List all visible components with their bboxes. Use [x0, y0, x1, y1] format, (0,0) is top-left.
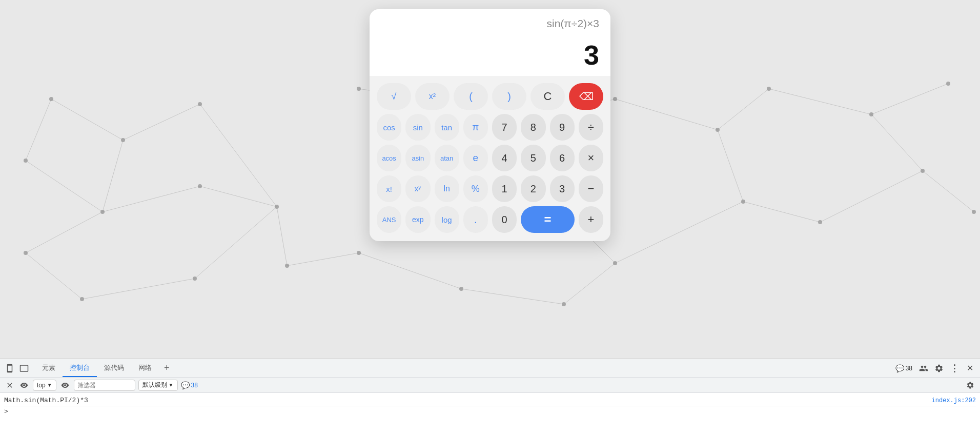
- svg-point-36: [198, 184, 202, 188]
- equals-btn[interactable]: =: [521, 206, 575, 233]
- six-btn[interactable]: 6: [550, 145, 575, 171]
- multiply-btn[interactable]: ×: [579, 145, 603, 171]
- svg-point-54: [972, 210, 976, 214]
- lparen-btn[interactable]: (: [454, 83, 488, 110]
- atan-btn[interactable]: atan: [435, 145, 459, 171]
- square-btn[interactable]: x²: [415, 83, 450, 110]
- console-settings-icon[interactable]: [965, 380, 976, 391]
- sources-tab[interactable]: 源代码: [97, 359, 131, 377]
- settings-icon[interactable]: [932, 361, 946, 376]
- display-result: 3: [584, 41, 599, 69]
- factorial-btn[interactable]: x!: [377, 175, 401, 202]
- console-tab[interactable]: 控制台: [63, 359, 97, 377]
- eye-btn[interactable]: [18, 380, 30, 391]
- console-line: Math.sin(Math.PI/2)*3 index.js:202: [4, 395, 976, 406]
- divide-btn[interactable]: ÷: [579, 114, 603, 141]
- close-devtools-icon[interactable]: ✕: [963, 361, 977, 376]
- plus-btn[interactable]: +: [579, 206, 603, 233]
- svg-line-9: [26, 253, 82, 299]
- network-tab[interactable]: 网络: [131, 359, 159, 377]
- svg-point-43: [357, 251, 361, 255]
- exp-btn[interactable]: exp: [405, 206, 430, 233]
- delete-btn[interactable]: ⌫: [569, 83, 603, 110]
- people-icon[interactable]: [916, 361, 931, 376]
- clear-console-btn[interactable]: [4, 380, 15, 391]
- svg-point-50: [767, 87, 771, 91]
- log-btn[interactable]: log: [435, 206, 459, 233]
- svg-line-12: [277, 207, 287, 266]
- tan-btn[interactable]: tan: [435, 114, 459, 141]
- one-btn[interactable]: 1: [492, 175, 517, 202]
- svg-line-21: [743, 202, 820, 222]
- power-btn[interactable]: xʸ: [405, 175, 430, 202]
- device-toggle-icon[interactable]: [3, 362, 16, 375]
- svg-point-53: [921, 169, 925, 173]
- svg-point-39: [24, 251, 28, 255]
- console-output: Math.sin(Math.PI/2)*3 index.js:202 >: [0, 393, 980, 434]
- eight-btn[interactable]: 8: [521, 114, 545, 141]
- svg-line-29: [359, 253, 461, 289]
- svg-line-19: [923, 171, 974, 212]
- btn-row-3: acos asin atan e 4 5 6 ×: [377, 145, 603, 171]
- three-btn[interactable]: 3: [550, 175, 575, 202]
- context-value: top: [37, 382, 46, 389]
- svg-point-51: [869, 112, 873, 116]
- cos-btn[interactable]: cos: [377, 114, 401, 141]
- svg-point-49: [716, 128, 720, 132]
- asin-btn[interactable]: asin: [405, 145, 430, 171]
- console-line-link[interactable]: index.js:202: [932, 397, 976, 404]
- svg-point-40: [80, 297, 84, 301]
- devtools-panel: 元素 控制台 源代码 网络 + 💬 38 ⋮ ✕: [0, 359, 980, 434]
- filter-input[interactable]: [74, 380, 135, 391]
- console-input[interactable]: [11, 408, 165, 416]
- minus-btn[interactable]: −: [579, 175, 603, 202]
- svg-line-1: [123, 104, 200, 140]
- svg-point-38: [24, 159, 28, 163]
- more-icon[interactable]: ⋮: [947, 361, 962, 376]
- message-count: 38: [906, 365, 912, 372]
- svg-point-42: [285, 264, 289, 268]
- sin-btn[interactable]: sin: [405, 114, 430, 141]
- four-btn[interactable]: 4: [492, 145, 517, 171]
- svg-line-6: [26, 99, 51, 161]
- svg-line-3: [103, 186, 200, 212]
- svg-point-33: [121, 138, 125, 142]
- five-btn[interactable]: 5: [521, 145, 545, 171]
- btn-row-1: √ x² ( ) C ⌫: [377, 83, 603, 110]
- nine-btn[interactable]: 9: [550, 114, 575, 141]
- svg-line-7: [26, 161, 103, 212]
- svg-point-48: [613, 97, 617, 101]
- add-tab-btn[interactable]: +: [159, 359, 175, 377]
- devtools-tabbar: 元素 控制台 源代码 网络 + 💬 38 ⋮ ✕: [0, 359, 980, 378]
- svg-point-59: [562, 302, 566, 306]
- pi-btn[interactable]: π: [463, 114, 488, 141]
- two-btn[interactable]: 2: [521, 175, 545, 202]
- svg-point-35: [100, 210, 105, 214]
- responsive-icon[interactable]: [17, 362, 31, 375]
- screen-icons: [3, 362, 31, 375]
- svg-line-2: [103, 140, 123, 212]
- ans-btn[interactable]: ANS: [377, 206, 401, 233]
- clear-btn[interactable]: C: [530, 83, 565, 110]
- dot-btn[interactable]: .: [463, 206, 488, 233]
- zero-btn[interactable]: 0: [492, 206, 517, 233]
- filter-eye-btn[interactable]: [59, 380, 71, 391]
- e-btn[interactable]: e: [463, 145, 488, 171]
- percent-btn[interactable]: %: [463, 175, 488, 202]
- elements-tab[interactable]: 元素: [35, 359, 63, 377]
- svg-point-44: [459, 287, 463, 291]
- level-selector[interactable]: 默认级别 ▼: [138, 380, 178, 391]
- console-prompt-symbol: >: [4, 408, 8, 416]
- context-selector[interactable]: top ▼: [33, 380, 56, 391]
- svg-line-18: [871, 114, 923, 171]
- sqrt-btn[interactable]: √: [377, 83, 411, 110]
- seven-btn[interactable]: 7: [492, 114, 517, 141]
- toolbar-message-badge: 💬 38: [181, 381, 198, 389]
- btn-row-5: ANS exp log . 0 = +: [377, 206, 603, 233]
- acos-btn[interactable]: acos: [377, 145, 401, 171]
- svg-line-15: [718, 89, 769, 130]
- calculator: sin(π÷2)×3 3 √ x² ( ) C ⌫ cos sin tan π …: [370, 9, 610, 241]
- ln-btn[interactable]: ln: [435, 175, 459, 202]
- console-toolbar: top ▼ 默认级别 ▼ 💬 38: [0, 378, 980, 393]
- rparen-btn[interactable]: ): [492, 83, 526, 110]
